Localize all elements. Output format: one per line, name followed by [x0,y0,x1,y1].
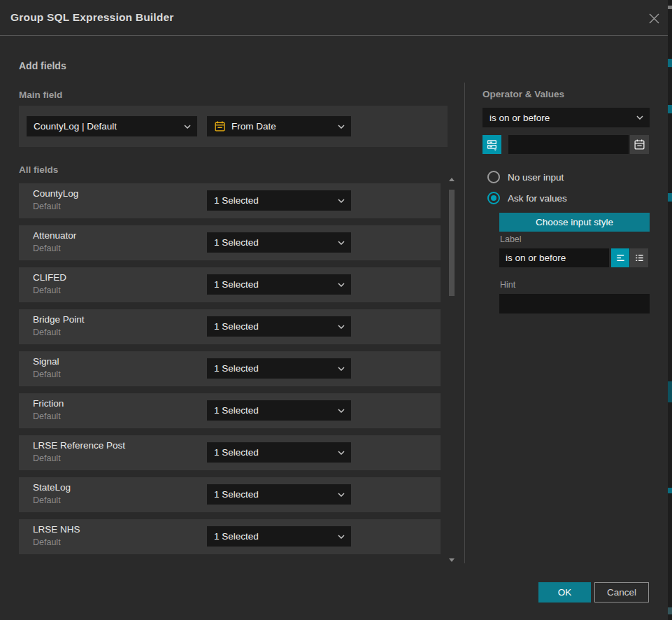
dialog-title: Group SQL Expression Builder [10,11,174,24]
field-row: CLIFED Default 1 Selected [19,267,441,302]
background-app-edge [668,0,672,620]
field-name: CountyLog [33,188,78,199]
date-picker-button[interactable] [630,135,649,154]
scroll-up-arrow-icon[interactable] [449,178,455,181]
group-sql-expression-builder-dialog: { "window": { "title": "Group SQL Expres… [0,0,672,620]
field-selection-value: 1 Selected [214,279,259,290]
operator-select[interactable]: is on or before [482,108,650,127]
main-field-source-select[interactable]: CountyLog | Default [27,116,197,136]
chevron-down-icon [338,325,345,329]
stacked-values-icon [486,139,498,150]
field-sublabel: Default [33,537,61,547]
app-edge-highlight [668,105,672,113]
field-name: Bridge Point [33,314,85,325]
field-selection-dropdown[interactable]: 1 Selected [207,274,351,295]
chevron-down-icon [338,451,345,455]
field-name: CLIFED [33,272,66,283]
field-selection-dropdown[interactable]: 1 Selected [207,526,351,547]
hint-label: Hint [500,280,515,290]
field-selection-dropdown[interactable]: 1 Selected [207,358,351,379]
scroll-down-arrow-icon[interactable] [449,558,455,562]
field-row: Signal Default 1 Selected [19,351,441,386]
hint-input[interactable] [499,294,650,313]
label-input[interactable] [499,248,609,267]
chevron-down-icon [338,241,345,245]
main-field-panel: CountyLog | Default From Date [19,106,448,147]
single-input-style-button[interactable] [611,248,629,267]
app-edge-highlight [668,607,672,614]
field-row: Attenuator Default 1 Selected [19,225,441,260]
field-sublabel: Default [33,495,61,505]
radio-no-user-input[interactable]: No user input [487,171,564,183]
field-row: StateLog Default 1 Selected [19,477,441,512]
field-selection-value: 1 Selected [214,531,259,542]
field-selection-value: 1 Selected [214,237,259,248]
field-selection-dropdown[interactable]: 1 Selected [207,484,351,505]
main-field-source-value: CountyLog | Default [34,121,117,132]
ok-button[interactable]: OK [538,582,591,603]
main-field-date-select[interactable]: From Date [207,116,351,136]
column-divider [464,83,465,563]
radio-ask-for-values-label: Ask for values [508,193,567,204]
chevron-down-icon [338,367,345,371]
app-edge-highlight [668,488,672,493]
radio-selected-icon [487,192,500,204]
main-field-date-value: From Date [231,121,276,132]
field-selection-dropdown[interactable]: 1 Selected [207,400,351,421]
field-selection-value: 1 Selected [214,363,259,374]
field-selection-dropdown[interactable]: 1 Selected [207,232,351,253]
label-label: Label [500,234,522,244]
close-icon [648,13,660,24]
field-values-button[interactable] [482,135,501,154]
radio-ask-for-values[interactable]: Ask for values [487,192,567,204]
scrollbar-thumb[interactable] [449,190,455,296]
app-edge-highlight [668,59,672,67]
app-edge-highlight [668,6,672,9]
field-sublabel: Default [33,411,61,421]
field-selection-value: 1 Selected [214,489,259,500]
calendar-icon [214,120,226,132]
app-edge-highlight [668,193,672,202]
field-name: Attenuator [33,230,76,241]
chevron-down-icon [338,125,345,129]
bulleted-list-icon [634,253,645,263]
radio-unselected-icon [487,171,500,183]
field-name: LRSE Reference Post [33,440,125,451]
choose-input-style-button[interactable]: Choose input style [499,213,650,232]
operator-values-heading: Operator & Values [482,89,564,99]
field-row: LRSE NHS Default 1 Selected [19,519,441,554]
field-selection-dropdown[interactable]: 1 Selected [207,316,351,337]
field-sublabel: Default [33,202,61,211]
add-fields-heading: Add fields [19,60,66,71]
field-selection-dropdown[interactable]: 1 Selected [207,190,351,211]
all-fields-heading: All fields [19,164,58,175]
calendar-icon [634,139,645,150]
value-date-input[interactable] [508,135,629,154]
list-input-style-button[interactable] [630,248,648,267]
field-selection-value: 1 Selected [214,405,259,416]
field-name: LRSE NHS [33,524,80,535]
field-name: Signal [33,356,59,367]
chevron-down-icon [338,283,345,287]
radio-no-user-input-label: No user input [508,172,564,183]
chevron-down-icon [338,535,345,539]
all-fields-list: CountyLog Default 1 Selected Attenuator … [19,183,441,561]
field-selection-value: 1 Selected [214,321,259,332]
field-name: Friction [33,398,64,409]
field-selection-value: 1 Selected [214,447,259,458]
cancel-button[interactable]: Cancel [594,582,649,603]
title-bar: Group SQL Expression Builder [0,0,672,36]
field-row: CountyLog Default 1 Selected [19,183,441,218]
field-sublabel: Default [33,327,61,337]
field-name: StateLog [33,482,71,493]
all-fields-scrollbar[interactable] [448,175,455,563]
field-row: Friction Default 1 Selected [19,393,441,428]
field-sublabel: Default [33,286,61,295]
main-field-heading: Main field [19,90,62,100]
field-sublabel: Default [33,369,61,379]
close-button[interactable] [644,8,664,28]
field-sublabel: Default [33,453,61,463]
field-selection-dropdown[interactable]: 1 Selected [207,442,351,463]
field-sublabel: Default [33,244,61,253]
field-selection-value: 1 Selected [214,195,259,206]
